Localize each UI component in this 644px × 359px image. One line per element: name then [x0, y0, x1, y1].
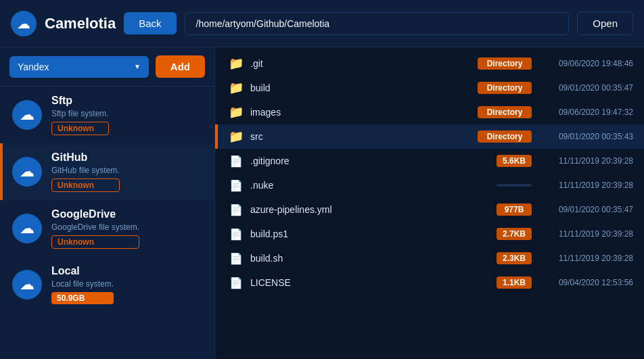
- file-type-badge: 5.6KB: [497, 155, 532, 167]
- file-date: 09/06/2020 19:48:46: [538, 59, 633, 68]
- sidebar-item-github[interactable]: ☁GitHubGitHub file system.Unknown: [0, 143, 214, 200]
- open-button[interactable]: Open: [577, 11, 633, 35]
- cloud-icon: ☁: [20, 220, 34, 237]
- table-row[interactable]: 📄.gitignore5.6KB11/11/2019 20:39:28: [215, 149, 644, 173]
- header: ☁ Camelotia Back /home/artyom/Github/Cam…: [0, 0, 644, 47]
- sidebar-item-desc: Sftp file system.: [51, 109, 109, 118]
- file-type-badge: 2.7KB: [497, 228, 532, 240]
- table-row[interactable]: 📄build.ps12.7KB11/11/2019 20:39:28: [215, 222, 644, 246]
- cloud-icon: ☁: [20, 163, 34, 181]
- file-date: 09/01/2020 00:35:47: [538, 205, 633, 214]
- sidebar-item-desc: GitHub file system.: [51, 166, 120, 175]
- table-row[interactable]: 📁srcDirectory09/01/2020 00:35:43: [215, 124, 644, 149]
- logo-icon: ☁: [17, 16, 30, 32]
- sidebar-item-desc: Local file system.: [51, 279, 114, 289]
- file-icon: 📄: [229, 155, 243, 168]
- file-type-badge: [497, 184, 532, 187]
- folder-icon: 📁: [229, 105, 244, 120]
- back-button[interactable]: Back: [124, 12, 176, 34]
- sidebar: Yandex ▼ Add ☁SftpSftp file system.Unkno…: [0, 47, 215, 359]
- folder-icon: 📁: [229, 56, 244, 71]
- file-type-badge: Directory: [478, 130, 532, 143]
- file-type-badge: 977B: [497, 204, 532, 216]
- file-icon: 📄: [229, 252, 243, 265]
- file-name: build: [250, 82, 471, 93]
- table-row[interactable]: 📁.gitDirectory09/06/2020 19:48:46: [215, 51, 644, 76]
- sidebar-item-local[interactable]: ☁LocalLocal file system.50.9GB: [0, 257, 214, 312]
- app-logo: ☁: [11, 11, 37, 37]
- table-row[interactable]: 📄build.sh2.3KB11/11/2019 20:39:28: [215, 246, 644, 270]
- file-date: 11/11/2019 20:39:28: [538, 181, 633, 190]
- add-button[interactable]: Add: [156, 55, 205, 78]
- cloud-icon: ☁: [20, 276, 34, 293]
- table-row[interactable]: 📁buildDirectory09/01/2020 00:35:47: [215, 76, 644, 100]
- app-title: Camelotia: [45, 15, 116, 32]
- file-name: azure-pipelines.yml: [250, 204, 490, 215]
- sidebar-item-name: GoogleDrive: [51, 208, 139, 220]
- sidebar-item-name: GitHub: [51, 151, 120, 164]
- status-badge: Unknown: [51, 178, 120, 192]
- file-type-badge: 2.3KB: [497, 252, 532, 264]
- file-date: 11/11/2019 20:39:28: [538, 156, 633, 166]
- file-name: build.ps1: [250, 229, 490, 239]
- file-name: src: [250, 131, 471, 142]
- file-date: 09/04/2020 12:53:56: [538, 278, 633, 287]
- sidebar-item-googledrive[interactable]: ☁GoogleDriveGoogleDrive file system.Unkn…: [0, 200, 214, 257]
- sidebar-item-list: ☁SftpSftp file system.Unknown☁GitHubGitH…: [0, 87, 214, 359]
- file-icon: 📄: [229, 277, 243, 289]
- folder-icon: 📁: [229, 80, 244, 95]
- file-name: images: [250, 107, 471, 118]
- file-type-badge: Directory: [478, 82, 532, 94]
- status-badge: Unknown: [51, 235, 139, 249]
- avatar: ☁: [12, 270, 42, 300]
- sidebar-item-name: Sftp: [51, 95, 109, 107]
- sidebar-item-sftp[interactable]: ☁SftpSftp file system.Unknown: [0, 87, 214, 143]
- file-name: build.sh: [250, 253, 490, 264]
- sidebar-item-desc: GoogleDrive file system.: [51, 222, 139, 232]
- file-name: .nuke: [250, 180, 490, 191]
- avatar: ☁: [12, 214, 42, 243]
- status-badge: Unknown: [51, 122, 109, 135]
- file-date: 09/01/2020 00:35:47: [538, 83, 633, 93]
- folder-icon: 📁: [229, 129, 244, 144]
- file-name: .gitignore: [250, 155, 490, 166]
- file-date: 11/11/2019 20:39:28: [538, 229, 633, 239]
- file-icon: 📄: [229, 228, 243, 241]
- file-icon: 📄: [229, 204, 243, 216]
- file-name: LICENSE: [250, 277, 490, 288]
- table-row[interactable]: 📄LICENSE1.1KB09/04/2020 12:53:56: [215, 270, 644, 295]
- table-row[interactable]: 📄.nuke11/11/2019 20:39:28: [215, 173, 644, 197]
- dropdown-value: Yandex: [18, 62, 49, 72]
- avatar: ☁: [12, 100, 42, 130]
- status-badge: 50.9GB: [51, 292, 114, 304]
- file-type-badge: Directory: [478, 106, 532, 118]
- cloud-icon: ☁: [20, 106, 34, 124]
- sidebar-item-name: Local: [51, 265, 114, 277]
- file-list: 📁.gitDirectory09/06/2020 19:48:46📁buildD…: [215, 47, 644, 359]
- sidebar-controls: Yandex ▼ Add: [0, 47, 214, 87]
- table-row[interactable]: 📁imagesDirectory09/06/2020 19:47:32: [215, 100, 644, 124]
- provider-dropdown[interactable]: Yandex ▼: [9, 56, 149, 78]
- avatar: ☁: [12, 157, 42, 187]
- file-date: 11/11/2019 20:39:28: [538, 254, 633, 263]
- file-name: .git: [250, 58, 471, 69]
- table-row[interactable]: 📄azure-pipelines.yml977B09/01/2020 00:35…: [215, 197, 644, 222]
- main-layout: Yandex ▼ Add ☁SftpSftp file system.Unkno…: [0, 47, 644, 359]
- file-icon: 📄: [229, 179, 243, 192]
- file-type-badge: 1.1KB: [497, 277, 532, 289]
- chevron-down-icon: ▼: [134, 63, 141, 70]
- file-date: 09/06/2020 19:47:32: [538, 107, 633, 117]
- path-bar[interactable]: /home/artyom/Github/Camelotia: [185, 12, 570, 35]
- file-type-badge: Directory: [478, 57, 532, 70]
- file-date: 09/01/2020 00:35:43: [538, 132, 633, 141]
